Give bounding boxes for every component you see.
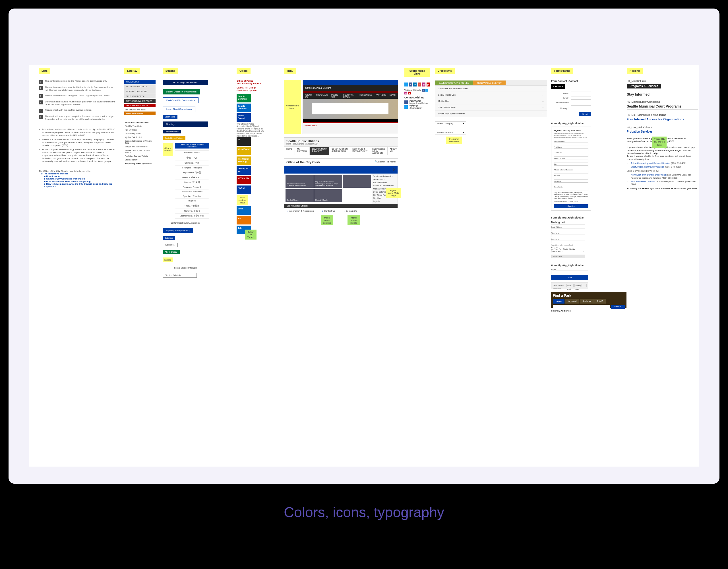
tab[interactable]: Name — [553, 299, 564, 304]
select-officials[interactable]: Elected Officials ▾ — [163, 273, 197, 278]
news-card[interactable] — [343, 175, 371, 188]
news-card[interactable] — [286, 175, 314, 188]
nav-item[interactable]: EMERGENCY RESOURCES — [124, 104, 156, 107]
link[interactable]: Asian Counseling and Referral Service — [631, 162, 670, 164]
facebook-icon[interactable]: f — [409, 82, 412, 86]
tab[interactable]: SAVE ENERGY AND MONEY — [435, 80, 473, 85]
email-input[interactable] — [571, 96, 591, 100]
input[interactable] — [554, 142, 588, 145]
input[interactable] — [554, 148, 588, 151]
nav-item[interactable]: Ticket Response Options — [124, 121, 156, 124]
lang-option[interactable]: Japanese / 日本語 — [175, 170, 209, 175]
nav-item[interactable]: Stolen Identity — [124, 158, 156, 162]
dd-option[interactable]: Mobile Use — [435, 98, 547, 104]
lang-option[interactable]: Khmer / ភាសាខ្មែរ — [175, 175, 209, 180]
email-input[interactable] — [551, 228, 585, 231]
lang-option[interactable]: Somali / af Soomaali — [175, 189, 209, 194]
side-link[interactable]: Departments — [373, 178, 396, 181]
nav-item[interactable]: Bought and Sold Vehicles — [124, 145, 156, 148]
nav-item[interactable]: ABOUT US — [388, 147, 399, 155]
lastname-input[interactable] — [551, 240, 585, 243]
dd-elected[interactable]: Elected Officials — [435, 130, 466, 135]
btn-more[interactable]: Learn More — [163, 115, 177, 119]
nav-item[interactable]: Suspended License or Vehicle Tabs — [124, 139, 156, 145]
input[interactable] — [554, 165, 588, 168]
link[interactable]: West African Community Council — [631, 165, 664, 168]
park-input[interactable] — [553, 305, 610, 309]
btn-comm[interactable]: Commissioners — [163, 130, 181, 133]
news-card[interactable] — [286, 189, 314, 202]
news-card[interactable] — [314, 175, 342, 188]
link[interactable]: Office of Police Accountability Reports — [237, 80, 265, 85]
twitter-icon[interactable]: t — [404, 82, 408, 86]
send-button[interactable]: Send — [579, 112, 591, 116]
link[interactable]: How to search or read what is happening — [46, 180, 90, 183]
fly-footer[interactable]: See All Elected Officials — [284, 204, 398, 208]
signup-button[interactable]: Sign Up — [554, 204, 588, 208]
side-link[interactable]: Services & Information — [373, 175, 396, 178]
link[interactable]: How to have a say in what the City Counc… — [44, 183, 112, 188]
tab[interactable]: Address — [580, 299, 593, 304]
nav-item[interactable]: PROGRAMS — [316, 94, 328, 98]
nav-item[interactable]: HOME — [284, 147, 295, 155]
nav-item[interactable]: EVENTS CALENDAR — [124, 111, 156, 115]
btn-cal[interactable]: Calendar — [163, 236, 175, 240]
close-icon[interactable]: ✕ — [392, 167, 396, 172]
lang-option[interactable]: Chinese / 中文 — [175, 160, 209, 165]
link[interactable]: Kids in Need of Defense — [631, 180, 655, 183]
nav-item[interactable]: Dispute My Ticket — [124, 132, 156, 135]
nav-item[interactable]: Frequently Asked Questions — [124, 162, 156, 165]
btn-ls[interactable]: Learn About Office of Labor Standards — [175, 143, 209, 148]
phone-input[interactable] — [571, 101, 591, 104]
btn-pickup[interactable]: Available for Pick-up — [163, 136, 185, 140]
input[interactable] — [554, 154, 588, 157]
link[interactable]: Contact Us — [344, 210, 357, 212]
btn-sparc[interactable]: Sign Up Here (SPARC) — [163, 228, 193, 233]
go-button[interactable]: → — [583, 283, 587, 287]
dd-option[interactable]: Computer and Internet Access — [435, 86, 547, 92]
nav-item[interactable]: CITY LIGHT OWNED POLES — [124, 99, 156, 103]
nav-item[interactable]: PUBLIC ART — [331, 94, 340, 98]
lang-option[interactable]: Amharic / አማርኛ — [175, 150, 209, 155]
nav-item[interactable]: Red Light Camera Tickets — [124, 154, 156, 158]
email-input[interactable] — [551, 270, 588, 274]
link[interactable]: The legislative process — [43, 172, 68, 175]
social-link[interactable]: fFACEBOOKMayor Jenny Durkan — [404, 100, 430, 104]
input[interactable] — [554, 177, 588, 179]
nav-item[interactable]: ECONOMIC & DEVELOPMENT — [350, 147, 370, 155]
link[interactable]: Information & Resources — [287, 210, 314, 212]
side-link[interactable]: PayInfo — [373, 200, 396, 203]
lang-option[interactable]: Français / Français — [175, 165, 209, 170]
input[interactable] — [554, 182, 588, 185]
link[interactable]: How it works — [46, 175, 60, 177]
btn-learn[interactable]: Learn About Commission — [163, 106, 195, 112]
dd-option[interactable]: Social Media Use — [435, 92, 547, 98]
lang-option[interactable]: 中文 / 中文 — [175, 155, 209, 160]
input[interactable] — [554, 171, 588, 174]
nav-item[interactable]: SELF HELP PORTAL — [124, 94, 156, 98]
join-button[interactable]: Join — [551, 275, 588, 280]
nav-item[interactable]: CULTURAL SPACE — [343, 94, 356, 98]
social-link[interactable]: tTWITTER@MayorJenny — [404, 105, 430, 109]
nav-item[interactable]: MOVING / CANCELING — [124, 89, 156, 94]
nav-item[interactable]: PARTNERS — [376, 94, 386, 98]
lang-option[interactable]: Vietnamese / Tiếng Việt — [175, 214, 209, 218]
btn-assess[interactable]: Center Classification Assessment — [163, 221, 208, 225]
lang-option[interactable]: Spanish / Español — [175, 194, 209, 198]
nav-item[interactable]: Pay My Ticket — [124, 128, 156, 132]
btn-submit[interactable]: Submit Question or Complaint — [163, 89, 200, 94]
topics-input[interactable]: Africa Coffee for Civil Rights Immigrant… — [551, 246, 585, 253]
link[interactable]: Northwest Immigrant Rights Project — [631, 173, 667, 176]
youtube-icon[interactable]: ▶ — [427, 82, 430, 86]
nav-item[interactable]: ABOUT US — [305, 94, 313, 98]
search-button[interactable]: Search — [611, 305, 625, 309]
btn-welcome[interactable]: Welcome ▸ — [163, 243, 178, 247]
nav-item[interactable]: MY ACCOUNT — [124, 80, 156, 84]
h3-link[interactable]: Probation Services — [627, 130, 698, 133]
nav-item[interactable]: PAYMENTS AND BILLS — [124, 84, 156, 89]
tab[interactable]: Keyword — [565, 299, 579, 304]
btn-find[interactable]: Find Case File Documents ▸ — [163, 97, 198, 103]
lang-option[interactable]: Korean / 한국어 — [175, 180, 209, 185]
name-input[interactable] — [571, 92, 591, 95]
btn-meetings[interactable]: Meetings — [163, 121, 208, 127]
